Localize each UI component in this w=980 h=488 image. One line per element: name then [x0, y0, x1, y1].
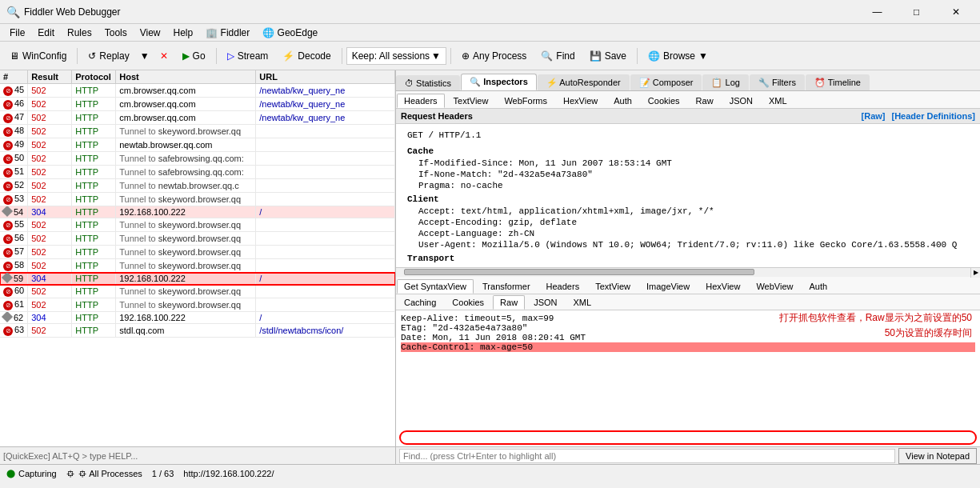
all-processes-label: ⯐ All Processes [78, 469, 142, 478]
table-row[interactable]: ⊘55 502 HTTP Tunnel to skeyword.browser.… [0, 218, 395, 232]
resp-tab-headers[interactable]: Headers [539, 279, 587, 294]
cell-result: 304 [28, 312, 72, 324]
menu-tools[interactable]: Tools [98, 26, 134, 40]
table-row[interactable]: ⊘61 502 HTTP Tunnel to skeyword.browser.… [0, 298, 395, 312]
go-button[interactable]: ▶ Go [176, 45, 212, 67]
resp-tab-webview[interactable]: WebView [749, 279, 800, 294]
find-button[interactable]: 🔍 Find [534, 45, 581, 67]
subtab-auth[interactable]: Auth [606, 94, 639, 108]
accept-language: Accept-Language: zh-CN [402, 228, 974, 239]
table-row[interactable]: 54 304 HTTP 192.168.100.222 / [0, 206, 395, 218]
cell-result: 502 [28, 246, 72, 259]
tab-timeline[interactable]: ⏰ Timeline [806, 74, 870, 90]
menu-view[interactable]: View [134, 26, 167, 40]
subtab-xml[interactable]: XML [762, 94, 794, 108]
resp-tab-textview[interactable]: TextView [588, 279, 638, 294]
browse-button[interactable]: 🌐 Browse ▼ [642, 45, 714, 67]
tab-log[interactable]: 📋 Log [702, 74, 748, 90]
resp-tab-hexview[interactable]: HexView [698, 279, 747, 294]
tab-autoresponder[interactable]: ⚡ AutoResponder [538, 74, 630, 90]
separator-1 [77, 48, 78, 64]
cell-host: Tunnel to safebrowsing.qq.com: [116, 166, 256, 179]
resp-subtab-raw[interactable]: Raw [493, 295, 525, 310]
table-row[interactable]: ⊘60 502 HTTP Tunnel to skeyword.browser.… [0, 285, 395, 298]
raw-link[interactable]: [Raw] [862, 111, 886, 121]
col-host[interactable]: Host [116, 70, 256, 84]
menu-edit[interactable]: Edit [31, 26, 61, 40]
cell-id: ⊘51 [0, 166, 28, 179]
subtab-cookies[interactable]: Cookies [641, 94, 687, 108]
col-result[interactable]: Result [28, 70, 72, 84]
col-url[interactable]: URL [256, 70, 395, 84]
cell-url [256, 179, 395, 193]
minimize-button[interactable]: — [859, 0, 895, 24]
subtab-textview[interactable]: TextView [446, 94, 496, 108]
cell-protocol: HTTP [72, 125, 116, 138]
close-button[interactable]: ✕ [938, 0, 974, 24]
cell-url: / [256, 273, 395, 285]
resp-subtab-xml[interactable]: XML [566, 295, 598, 310]
if-modified-since: If-Modified-Since: Mon, 11 Jun 2007 18:5… [402, 158, 974, 169]
replay-button[interactable]: ↺ Replay [82, 45, 135, 67]
col-protocol[interactable]: Protocol [72, 70, 116, 84]
table-row[interactable]: ⊘58 502 HTTP Tunnel to skeyword.browser.… [0, 259, 395, 273]
table-row[interactable]: ⊘47 502 HTTP cm.browser.qq.com /newtab/k… [0, 111, 395, 125]
menu-geoedge[interactable]: 🌐 GeoEdge [256, 26, 324, 40]
resp-tab-auth[interactable]: Auth [802, 279, 834, 294]
request-headers-label: Request Headers [401, 111, 473, 121]
table-row[interactable]: ⊘57 502 HTTP Tunnel to skeyword.browser.… [0, 246, 395, 259]
resp-subtab-caching[interactable]: Caching [397, 295, 443, 310]
tab-inspectors[interactable]: 🔍 Inspectors [461, 74, 537, 90]
table-row[interactable]: ⊘46 502 HTTP cm.browser.qq.com /newtab/k… [0, 98, 395, 111]
table-row[interactable]: ⊘48 502 HTTP Tunnel to skeyword.browser.… [0, 125, 395, 138]
subtab-headers[interactable]: Headers [397, 94, 445, 108]
cell-host: cm.browser.qq.com [116, 98, 256, 111]
table-row[interactable]: ⊘50 502 HTTP Tunnel to safebrowsing.qq.c… [0, 152, 395, 166]
stream-button[interactable]: ▷ Stream [221, 45, 275, 67]
table-row[interactable]: ⊘45 502 HTTP cm.browser.qq.com /newtab/k… [0, 84, 395, 98]
table-row[interactable]: ⊘51 502 HTTP Tunnel to safebrowsing.qq.c… [0, 166, 395, 179]
table-row[interactable]: ⊘52 502 HTTP Tunnel to newtab.browser.qq… [0, 179, 395, 193]
header-definitions-link[interactable]: [Header Definitions] [891, 111, 975, 121]
subtab-json[interactable]: JSON [722, 94, 760, 108]
menu-fiddler[interactable]: 🏢 Fiddler [199, 26, 256, 40]
cell-url [256, 298, 395, 312]
any-process-button[interactable]: ⊕ Any Process [455, 45, 533, 67]
subtab-hexview[interactable]: HexView [556, 94, 605, 108]
table-row[interactable]: ⊘49 502 HTTP newtab.browser.qq.com [0, 138, 395, 152]
table-row[interactable]: ⊘56 502 HTTP Tunnel to skeyword.browser.… [0, 232, 395, 246]
table-row[interactable]: 62 304 HTTP 192.168.100.222 / [0, 312, 395, 324]
resp-subtab-json[interactable]: JSON [526, 295, 564, 310]
tab-filters[interactable]: 🔧 Filters [750, 74, 805, 90]
headers-hscroll[interactable]: ▶ [396, 267, 980, 277]
menu-help[interactable]: Help [167, 26, 200, 40]
table-row[interactable]: ⊘53 502 HTTP Tunnel to skeyword.browser.… [0, 193, 395, 206]
maximize-button[interactable]: □ [898, 0, 934, 24]
menu-file[interactable]: File [3, 26, 31, 40]
resp-tab-imageview[interactable]: ImageView [639, 279, 697, 294]
session-table[interactable]: # Result Protocol Host URL ⊘45 502 HTTP … [0, 70, 395, 446]
subtab-webforms[interactable]: WebForms [497, 94, 554, 108]
find-input[interactable] [399, 449, 895, 463]
save-button[interactable]: 💾 Save [583, 45, 633, 67]
decode-button[interactable]: ⚡ Decode [276, 45, 337, 67]
cell-url: /newtab/kw_query_ne [256, 111, 395, 125]
replay-dropdown-button[interactable]: ▼ [138, 45, 152, 67]
save-icon: 💾 [590, 50, 602, 62]
tab-statistics[interactable]: ⏱ Statistics [396, 75, 460, 90]
view-notepad-button[interactable]: View in Notepad [898, 448, 977, 464]
tab-composer[interactable]: 📝 Composer [630, 74, 702, 90]
menu-rules[interactable]: Rules [61, 26, 98, 40]
resp-subtab-cookies[interactable]: Cookies [445, 295, 491, 310]
table-row[interactable]: 59 304 HTTP 192.168.100.222 / [0, 273, 395, 285]
winconfig-button[interactable]: 🖥 WinConfig [3, 45, 73, 67]
inspector-tab-bar: ⏱ Statistics 🔍 Inspectors ⚡ AutoResponde… [396, 70, 980, 91]
table-row[interactable]: ⊘63 502 HTTP stdl.qq.com /stdl/newtabcms… [0, 324, 395, 338]
col-num[interactable]: # [0, 70, 28, 84]
subtab-raw[interactable]: Raw [689, 94, 721, 108]
cross-button[interactable]: ✕ [154, 45, 174, 67]
process-status: ⯐ ⯐ All Processes [66, 469, 142, 478]
keep-sessions-dropdown[interactable]: Keep: All sessions ▼ [346, 47, 446, 65]
resp-tab-syntaxview[interactable]: Get SyntaxView [397, 279, 474, 294]
resp-tab-transformer[interactable]: Transformer [475, 279, 538, 294]
